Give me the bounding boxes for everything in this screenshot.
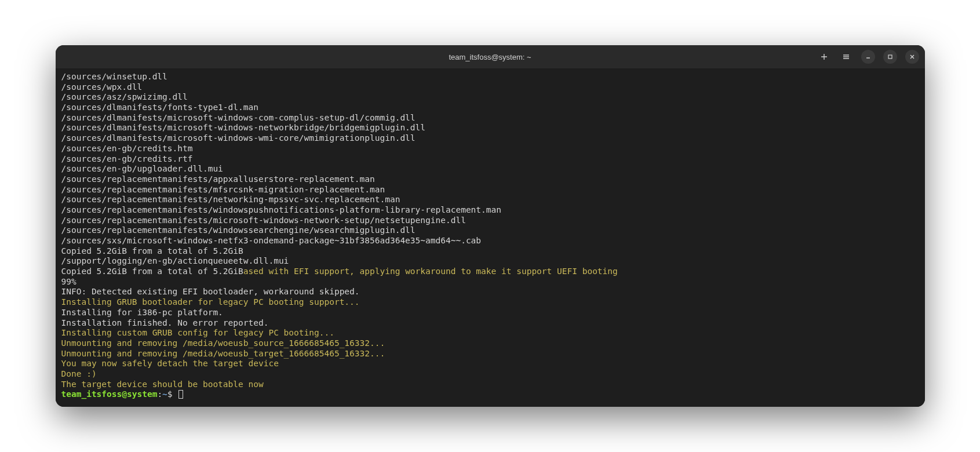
terminal-line: /sources/dlmanifests/fonts-type1-dl.man	[61, 103, 919, 113]
cursor	[178, 390, 183, 399]
terminal-line: /sources/asz/spwizimg.dll	[61, 92, 919, 103]
titlebar: team_itsfoss@system: ~	[56, 45, 925, 68]
terminal-line: Installing for i386-pc platform.	[61, 308, 919, 318]
terminal-line: /sources/en-gb/credits.rtf	[61, 154, 919, 165]
titlebar-controls	[817, 50, 919, 64]
maximize-icon[interactable]	[883, 50, 897, 64]
terminal-line: /sources/replacementmanifests/microsoft-…	[61, 216, 919, 226]
terminal-line: /support/logging/en-gb/actionqueueetw.dl…	[61, 256, 919, 267]
new-tab-icon[interactable]	[817, 50, 831, 64]
terminal-line: /sources/dlmanifests/microsoft-windows-n…	[61, 123, 919, 133]
terminal-line: /sources/replacementmanifests/appxalluse…	[61, 174, 919, 185]
terminal-line: Installing custom GRUB config for legacy…	[61, 328, 919, 338]
terminal-line: Installation finished. No error reported…	[61, 318, 919, 329]
minimize-icon[interactable]	[861, 50, 875, 64]
terminal-line: /sources/replacementmanifests/windowssea…	[61, 225, 919, 236]
terminal-line: /sources/winsetup.dll	[61, 72, 919, 82]
prompt-path: ~	[162, 389, 167, 399]
terminal-line: /sources/replacementmanifests/mfsrcsnk-m…	[61, 185, 919, 195]
terminal-line: /sources/wpx.dll	[61, 82, 919, 93]
window-title: team_itsfoss@system: ~	[449, 53, 531, 61]
terminal-line: /sources/replacementmanifests/networking…	[61, 195, 919, 205]
prompt-user-host: team_itsfoss@system	[61, 389, 158, 399]
terminal-window: team_itsfoss@system: ~ /sources/winsetup…	[56, 45, 925, 407]
terminal-line: You may now safely detach the target dev…	[61, 359, 919, 369]
terminal-line: The target device should be bootable now	[61, 380, 919, 390]
terminal-line: Copied 5.2GiB from a total of 5.2GiBased…	[61, 267, 919, 277]
terminal-line: Done :)	[61, 369, 919, 380]
terminal-line: /sources/replacementmanifests/windowspus…	[61, 205, 919, 216]
close-icon[interactable]	[905, 50, 919, 64]
terminal-line: /sources/en-gb/upgloader.dll.mui	[61, 164, 919, 174]
terminal-line: Installing GRUB bootloader for legacy PC…	[61, 297, 919, 308]
prompt-line[interactable]: team_itsfoss@system:~$	[61, 389, 919, 400]
terminal-line: Copied 5.2GiB from a total of 5.2GiB	[61, 246, 919, 257]
terminal-line: /sources/en-gb/credits.htm	[61, 144, 919, 154]
menu-icon[interactable]	[839, 50, 853, 64]
terminal-line: INFO: Detected existing EFI bootloader, …	[61, 287, 919, 297]
terminal-line: /sources/dlmanifests/microsoft-windows-w…	[61, 133, 919, 144]
prompt-separator: :	[157, 389, 162, 399]
prompt-symbol: $	[167, 389, 177, 399]
terminal-line: /sources/sxs/microsoft-windows-netfx3-on…	[61, 236, 919, 246]
terminal-line: Unmounting and removing /media/woeusb_ta…	[61, 349, 919, 359]
svg-rect-6	[888, 55, 892, 59]
terminal-output[interactable]: /sources/winsetup.dll/sources/wpx.dll/so…	[56, 68, 925, 407]
terminal-line: 99%	[61, 277, 919, 287]
terminal-line: /sources/dlmanifests/microsoft-windows-c…	[61, 113, 919, 123]
terminal-line: Unmounting and removing /media/woeusb_so…	[61, 338, 919, 349]
